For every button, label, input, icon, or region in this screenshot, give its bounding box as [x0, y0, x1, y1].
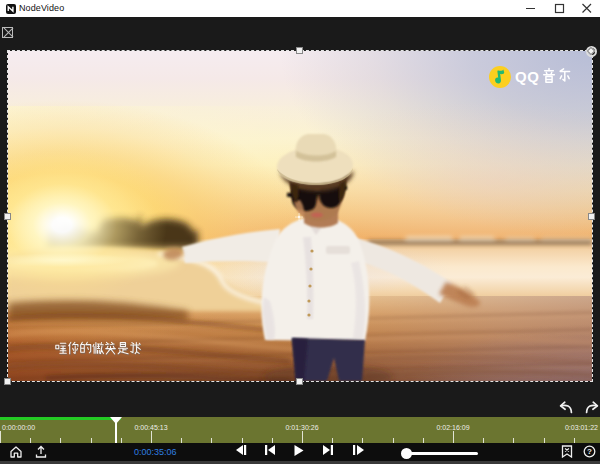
svg-text:QQ: QQ [515, 68, 539, 85]
svg-text:?: ? [587, 447, 592, 456]
